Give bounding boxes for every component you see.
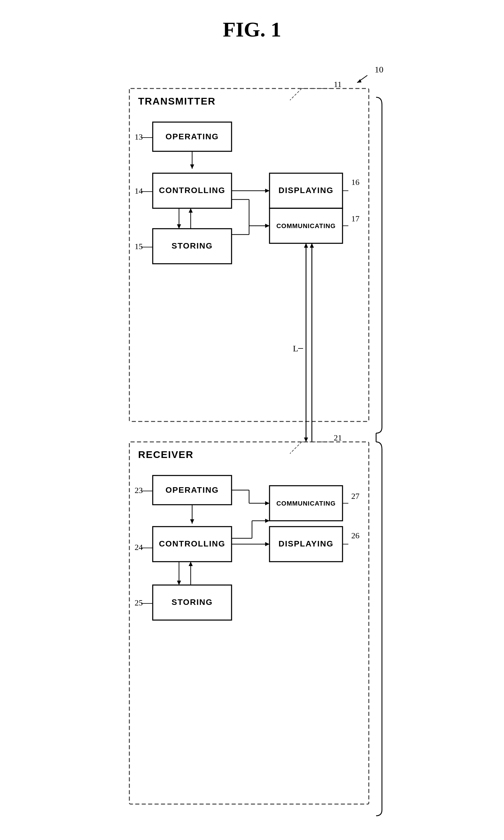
svg-marker-19 <box>265 189 270 193</box>
displaying-rx-block: DISPLAYING <box>278 539 334 548</box>
transmitter-label: TRANSMITTER <box>138 95 216 107</box>
ref-13-label: 13 <box>134 132 143 141</box>
ref-17-label: 17 <box>351 214 359 223</box>
svg-marker-34 <box>310 243 314 248</box>
svg-marker-46 <box>265 501 270 505</box>
svg-line-5 <box>290 89 302 100</box>
ref-16-label: 16 <box>351 178 359 186</box>
ref-23-label: 23 <box>134 486 143 495</box>
ref-24-label: 24 <box>134 543 143 552</box>
svg-marker-15 <box>188 208 193 213</box>
communicating-tx-block: COMMUNICATING <box>276 222 336 230</box>
ref-27-label: 27 <box>351 492 359 501</box>
svg-marker-31 <box>304 243 308 248</box>
receiver-label: RECEIVER <box>138 449 194 460</box>
operating-tx-block: OPERATING <box>166 132 219 141</box>
ref-26-label: 26 <box>351 531 359 540</box>
figure-title: FIG. 1 <box>106 18 398 42</box>
page: FIG. 1 10 TRANSMITTER 11 13 OPERATING 14 <box>106 18 398 819</box>
svg-marker-52 <box>265 542 270 546</box>
ref-21-label: 21 <box>334 433 342 442</box>
ref-15-label: 15 <box>134 242 143 251</box>
svg-marker-58 <box>188 562 193 566</box>
controlling-rx-block: CONTROLLING <box>159 539 225 548</box>
svg-marker-56 <box>177 580 181 585</box>
ref-11-label: 11 <box>334 80 342 89</box>
storing-rx-block: STORING <box>172 597 213 607</box>
svg-marker-42 <box>190 519 194 524</box>
svg-marker-32 <box>304 437 308 442</box>
diagram-svg: 10 TRANSMITTER 11 13 OPERATING 14 CONTRO… <box>121 59 383 819</box>
communicating-rx-block: COMMUNICATING <box>276 500 336 507</box>
operating-rx-block: OPERATING <box>166 485 219 495</box>
storing-tx-block: STORING <box>172 241 213 250</box>
svg-marker-25 <box>265 224 270 228</box>
svg-marker-9 <box>190 164 194 169</box>
svg-marker-13 <box>177 224 181 229</box>
ref-14-label: 14 <box>134 186 143 195</box>
displaying-tx-block: DISPLAYING <box>278 186 334 195</box>
controlling-tx-block: CONTROLLING <box>159 186 225 195</box>
ref-10-label: 10 <box>375 65 383 74</box>
svg-marker-64 <box>265 519 270 523</box>
ref-25-label: 25 <box>134 598 143 607</box>
svg-line-38 <box>290 442 302 453</box>
L-label: L <box>293 343 298 353</box>
